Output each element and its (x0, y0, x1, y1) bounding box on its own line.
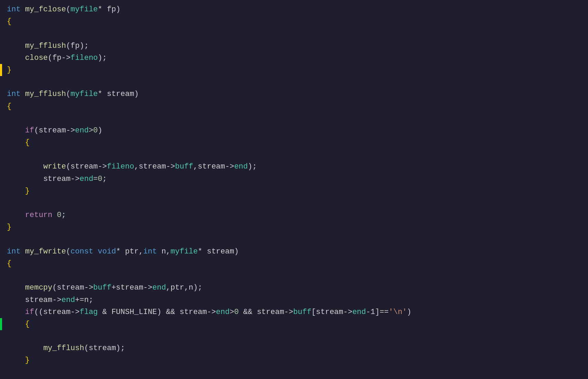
code-token: end (61, 296, 75, 304)
code-line (7, 28, 581, 40)
code-line: } (7, 64, 581, 76)
code-token: } (25, 356, 30, 365)
code-token (7, 126, 25, 135)
code-token (7, 320, 25, 328)
code-token: { (7, 17, 11, 26)
code-token (52, 211, 57, 219)
code-line: int my_fflush(myfile* stream) (7, 88, 581, 100)
code-token: int (143, 247, 157, 256)
code-token: > (230, 308, 234, 316)
code-line: { (7, 258, 581, 270)
code-line: if(stream->end>0) (7, 124, 581, 137)
code-token (93, 247, 98, 256)
code-token: int (7, 5, 21, 14)
code-line: { (7, 318, 581, 330)
code-token (7, 308, 25, 316)
code-token: (stream); (84, 344, 125, 353)
code-token: buff (293, 308, 312, 316)
code-token: 0 (93, 126, 98, 135)
code-line: stream->end=0; (7, 173, 581, 185)
code-token: my_fwrite (25, 247, 66, 256)
code-line: } (7, 221, 581, 233)
code-token: return (25, 211, 52, 219)
code-token: ,ptr,n); (166, 283, 202, 292)
code-token: ) (98, 126, 102, 135)
code-token: } (7, 66, 11, 74)
code-token: ((stream-> (34, 308, 80, 316)
code-line (7, 112, 581, 124)
code-token: ,stream-> (193, 162, 234, 171)
code-token: (fp-> (48, 54, 71, 62)
code-token: & FUNSH_LINE) && stream-> (98, 308, 216, 316)
code-token: fileno (71, 54, 98, 62)
code-token: { (25, 320, 30, 328)
code-token (7, 54, 25, 62)
code-token: memcpy (25, 283, 52, 292)
code-line: if((stream->flag & FUNSH_LINE) && stream… (7, 306, 581, 318)
code-line: close(fp->fileno); (7, 52, 581, 64)
code-line: return 0; (7, 209, 581, 221)
code-token: +stream-> (112, 283, 153, 292)
code-token: ); (98, 54, 107, 62)
code-token: ( (66, 247, 71, 256)
code-token: int (7, 247, 21, 256)
code-token: ; (102, 175, 107, 183)
code-token: if (25, 126, 34, 135)
code-token: 0 (234, 308, 239, 316)
code-token: my_fflush (25, 90, 66, 98)
code-token (21, 90, 25, 98)
code-token: buff (93, 283, 112, 292)
code-token: end (153, 283, 166, 292)
code-token: ; (61, 211, 66, 219)
code-token: ( (66, 90, 71, 98)
code-line (7, 270, 581, 282)
code-token: ); (248, 162, 257, 171)
code-token (7, 211, 25, 219)
code-line: } (7, 185, 581, 197)
code-token: (stream-> (52, 283, 93, 292)
code-token: (stream-> (34, 126, 75, 135)
code-token: end (75, 126, 89, 135)
code-content: int my_fclose(myfile* fp){ my_fflush(fp)… (0, 0, 588, 379)
code-token: end (80, 175, 93, 183)
code-token (7, 187, 25, 195)
code-token (21, 5, 25, 14)
code-token: ,stream-> (134, 162, 175, 171)
code-token: { (7, 259, 11, 268)
code-line: memcpy(stream->buff+stream->end,ptr,n); (7, 282, 581, 294)
code-token: myfile (71, 90, 98, 98)
code-token: stream-> (25, 296, 62, 304)
code-line: { (7, 15, 581, 28)
code-line: int my_fclose(myfile* fp) (7, 3, 581, 15)
code-line: my_fflush(stream); (7, 342, 581, 354)
code-line (7, 367, 581, 379)
code-token: myfile (170, 247, 198, 256)
code-token: end (216, 308, 230, 316)
code-token: * stream) (198, 247, 239, 256)
code-token: 0 (57, 211, 61, 219)
code-token: flag (80, 308, 98, 316)
code-token: ) (407, 308, 411, 316)
code-token: my_fflush (43, 344, 84, 353)
code-line (7, 330, 581, 342)
code-token (7, 138, 25, 147)
code-token: int (7, 90, 21, 98)
code-token: close (25, 54, 48, 62)
code-line: my_fflush(fp); (7, 40, 581, 52)
code-line: int my_fwrite(const void* ptr,int n,myfi… (7, 246, 581, 258)
code-token: = (93, 175, 98, 183)
code-token: void (98, 247, 116, 256)
code-token: n, (157, 247, 171, 256)
code-line (7, 234, 581, 246)
code-token: * fp) (98, 5, 120, 14)
code-token (7, 175, 43, 183)
code-token: (stream-> (66, 162, 107, 171)
code-token: [stream-> (312, 308, 353, 316)
code-line: write(stream->fileno,stream->buff,stream… (7, 161, 581, 173)
code-token: * ptr, (116, 247, 143, 256)
code-token: '\n' (389, 308, 407, 316)
code-token (7, 283, 25, 292)
code-token: } (7, 223, 11, 231)
code-line: stream->end+=n; (7, 294, 581, 306)
code-token: 0 (98, 175, 102, 183)
